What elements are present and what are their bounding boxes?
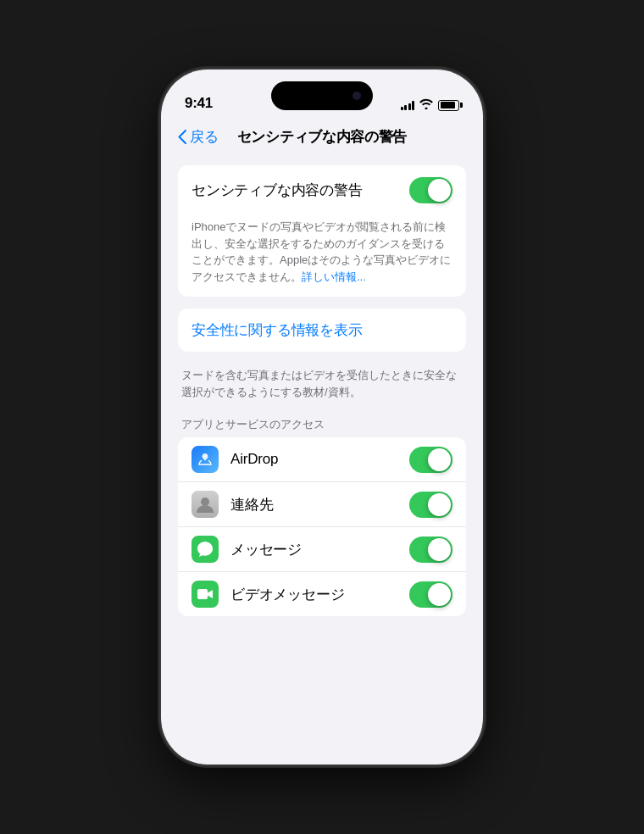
safety-info-card[interactable]: 安全性に関する情報を表示 bbox=[178, 309, 466, 352]
back-button[interactable]: 戻る bbox=[178, 127, 219, 147]
video-messages-name: ビデオメッセージ bbox=[230, 585, 397, 604]
contacts-toggle[interactable] bbox=[409, 492, 452, 518]
nav-title: センシティブな内容の警告 bbox=[237, 127, 407, 147]
wifi-icon bbox=[419, 98, 433, 112]
nav-bar: 戻る センシティブな内容の警告 bbox=[161, 120, 483, 157]
more-info-link[interactable]: 詳しい情報... bbox=[302, 270, 366, 283]
airdrop-icon bbox=[192, 446, 219, 473]
safety-description: ヌードを含む写真またはビデオを受信したときに安全な選択ができるようにする教材/資… bbox=[178, 364, 466, 412]
status-time: 9:41 bbox=[185, 95, 213, 112]
airdrop-name: AirDrop bbox=[230, 451, 397, 468]
main-toggle[interactable] bbox=[409, 177, 452, 203]
screen: 9:41 bbox=[161, 70, 483, 764]
safety-info-row[interactable]: 安全性に関する情報を表示 bbox=[178, 309, 466, 352]
video-messages-row: ビデオメッセージ bbox=[178, 572, 466, 616]
svg-rect-3 bbox=[197, 589, 208, 599]
video-messages-toggle[interactable] bbox=[409, 581, 452, 608]
airdrop-row: AirDrop bbox=[178, 437, 466, 482]
main-description: iPhoneでヌードの写真やビデオが閲覧される前に検出し、安全な選択をするための… bbox=[178, 215, 466, 297]
messages-name: メッセージ bbox=[230, 540, 397, 559]
section-label: アプリとサービスのアクセス bbox=[178, 412, 466, 437]
contacts-row: 連絡先 bbox=[178, 482, 466, 527]
back-label: 戻る bbox=[190, 127, 219, 147]
main-toggle-label: センシティブな内容の警告 bbox=[192, 181, 363, 200]
camera-dot bbox=[353, 92, 361, 100]
airdrop-toggle[interactable] bbox=[409, 447, 452, 473]
signal-icon bbox=[401, 100, 415, 110]
messages-toggle[interactable] bbox=[409, 537, 452, 563]
dynamic-island bbox=[271, 81, 373, 110]
battery-icon bbox=[438, 100, 459, 111]
main-toggle-card: センシティブな内容の警告 iPhoneでヌードの写真やビデオが閲覧される前に検出… bbox=[178, 165, 466, 297]
safety-link-label[interactable]: 安全性に関する情報を表示 bbox=[192, 320, 363, 340]
contacts-name: 連絡先 bbox=[230, 495, 397, 514]
contacts-icon bbox=[192, 491, 219, 518]
content-area: センシティブな内容の警告 iPhoneでヌードの写真やビデオが閲覧される前に検出… bbox=[161, 157, 483, 750]
facetime-icon bbox=[192, 581, 219, 608]
messages-icon bbox=[192, 536, 219, 563]
app-list-card: AirDrop bbox=[178, 437, 466, 616]
status-icons bbox=[401, 98, 460, 112]
messages-row: メッセージ bbox=[178, 527, 466, 572]
phone-frame: 9:41 bbox=[161, 70, 483, 764]
main-toggle-row: センシティブな内容の警告 bbox=[178, 165, 466, 215]
svg-point-2 bbox=[201, 498, 209, 506]
